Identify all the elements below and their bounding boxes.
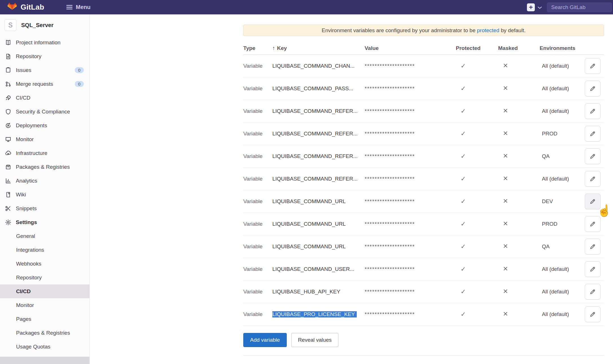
variable-value-masked: ********************: [365, 266, 456, 272]
sidebar-item-label: Analytics: [16, 178, 37, 184]
menu-label: Menu: [76, 4, 91, 10]
project-information-icon: [5, 39, 12, 46]
sidebar-collapse-strip[interactable]: [0, 357, 89, 364]
sidebar-item-ci-cd[interactable]: CI/CD: [0, 91, 89, 105]
table-row: VariableLIQUIBASE_COMMAND_REFER...******…: [243, 168, 604, 190]
variable-environment: All (default): [540, 311, 585, 317]
variable-type: Variable: [243, 244, 272, 250]
edit-variable-button[interactable]: [585, 103, 601, 119]
variable-environment: QA: [540, 153, 585, 159]
admin-protected-banner: Environment variables are configured by …: [243, 25, 604, 36]
hamburger-icon: [66, 5, 73, 10]
sidebar-item-packages-registries[interactable]: Packages & Registries: [0, 160, 89, 174]
edit-variable-button[interactable]: [585, 239, 601, 255]
edit-cell: [585, 148, 604, 164]
edit-variable-button[interactable]: [585, 194, 601, 209]
variable-key: LIQUIBASE_COMMAND_URL: [272, 244, 365, 250]
variable-type: Variable: [243, 131, 272, 137]
protected-check-icon: ✓: [456, 175, 498, 183]
sidebar-subitem-webhooks[interactable]: Webhooks: [0, 257, 89, 271]
table-row: VariableLIQUIBASE_COMMAND_URL***********…: [243, 190, 604, 213]
sidebar-item-label: Snippets: [16, 205, 37, 212]
masked-cross-icon: [498, 221, 540, 227]
sidebar-item-issues[interactable]: Issues0: [0, 63, 89, 77]
settings-icon: [5, 219, 12, 226]
masked-cross-icon: [498, 176, 540, 182]
sidebar-item-settings[interactable]: Settings: [0, 215, 89, 229]
variable-type: Variable: [243, 198, 272, 205]
edit-variable-button[interactable]: [585, 81, 601, 97]
variable-value-masked: ********************: [365, 176, 456, 182]
edit-cell: [585, 239, 604, 255]
sidebar-subitem-usage-quotas[interactable]: Usage Quotas: [0, 340, 89, 354]
snippets-icon: [5, 205, 12, 212]
sidebar-subitem-repository[interactable]: Repository: [0, 271, 89, 284]
pencil-icon: [590, 85, 596, 92]
masked-cross-icon: [498, 108, 540, 114]
table-row: VariableLIQUIBASE_COMMAND_PASS...*******…: [243, 77, 604, 100]
edit-variable-button[interactable]: [585, 126, 601, 142]
edit-variable-button[interactable]: [585, 148, 601, 164]
section-divider: [243, 355, 604, 356]
gitlab-logo[interactable]: GitLab: [7, 3, 44, 12]
count-badge: 0: [75, 81, 84, 87]
protected-check-icon: ✓: [456, 288, 498, 295]
sidebar-item-deployments[interactable]: Deployments: [0, 119, 89, 132]
protected-check-icon: ✓: [456, 311, 498, 318]
variable-key: LIQUIBASE_COMMAND_USER...: [272, 266, 365, 272]
variable-environment: All (default): [540, 63, 585, 69]
variable-environment: All (default): [540, 85, 585, 92]
sidebar-item-wiki[interactable]: Wiki: [0, 188, 89, 201]
edit-variable-button[interactable]: [585, 58, 601, 74]
protected-link[interactable]: protected: [477, 27, 499, 33]
edit-variable-button[interactable]: [585, 171, 601, 187]
sidebar-nav-list: Project informationRepositoryIssues0Merg…: [0, 36, 89, 229]
count-badge: 0: [75, 67, 84, 73]
variable-type: Variable: [243, 63, 272, 69]
sidebar-item-repository[interactable]: Repository: [0, 49, 89, 63]
project-avatar: S: [5, 19, 16, 31]
masked-cross-icon: [498, 85, 540, 92]
sidebar-item-project-information[interactable]: Project information: [0, 36, 89, 49]
chevron-down-icon[interactable]: [538, 6, 542, 9]
issues-icon: [5, 67, 12, 74]
masked-cross-icon: [498, 198, 540, 205]
project-header[interactable]: S SQL_Server: [0, 14, 89, 36]
search-input[interactable]: [547, 3, 612, 12]
protected-check-icon: ✓: [456, 243, 498, 250]
sidebar-item-analytics[interactable]: Analytics: [0, 174, 89, 188]
sidebar-item-security-compliance[interactable]: Security & Compliance: [0, 105, 89, 119]
variable-value-masked: ********************: [365, 153, 456, 159]
edit-variable-button[interactable]: [585, 261, 601, 277]
sidebar-subitem-ci-cd[interactable]: CI/CD: [0, 284, 89, 298]
sidebar-subitem-packages-registries[interactable]: Packages & Registries: [0, 326, 89, 340]
repository-icon: [5, 53, 12, 60]
variable-value-masked: ********************: [365, 85, 456, 92]
sidebar-item-monitor[interactable]: Monitor: [0, 132, 89, 146]
analytics-icon: [5, 177, 12, 184]
sidebar-subitem-general[interactable]: General: [0, 229, 89, 243]
add-variable-button[interactable]: Add variable: [243, 333, 287, 347]
variable-value-masked: ********************: [365, 108, 456, 114]
sidebar-subitem-integrations[interactable]: Integrations: [0, 243, 89, 257]
header-key[interactable]: ↑ Key: [272, 45, 365, 51]
sidebar-item-merge-requests[interactable]: Merge requests0: [0, 77, 89, 91]
edit-variable-button[interactable]: [585, 306, 601, 322]
new-item-button[interactable]: +: [527, 3, 535, 11]
sidebar-subitem-pages[interactable]: Pages: [0, 312, 89, 326]
edit-variable-button[interactable]: [585, 284, 601, 300]
sidebar-item-infrastructure[interactable]: Infrastructure: [0, 146, 89, 160]
edit-cell: [585, 306, 604, 322]
menu-button[interactable]: Menu: [66, 4, 91, 10]
reveal-values-button[interactable]: Reveal values: [291, 333, 338, 347]
variable-value-masked: ********************: [365, 289, 456, 295]
header-value: Value: [365, 45, 456, 51]
variable-type: Variable: [243, 266, 272, 272]
deployments-icon: [5, 122, 12, 129]
edit-variable-button[interactable]: [585, 216, 601, 232]
variable-key: LIQUIBASE_COMMAND_URL: [272, 198, 365, 205]
sidebar-item-snippets[interactable]: Snippets: [0, 201, 89, 215]
sidebar-subitem-monitor[interactable]: Monitor: [0, 298, 89, 312]
table-row: VariableLIQUIBASE_HUB_API_KEY***********…: [243, 280, 604, 303]
table-row: VariableLIQUIBASE_COMMAND_REFER...******…: [243, 122, 604, 145]
